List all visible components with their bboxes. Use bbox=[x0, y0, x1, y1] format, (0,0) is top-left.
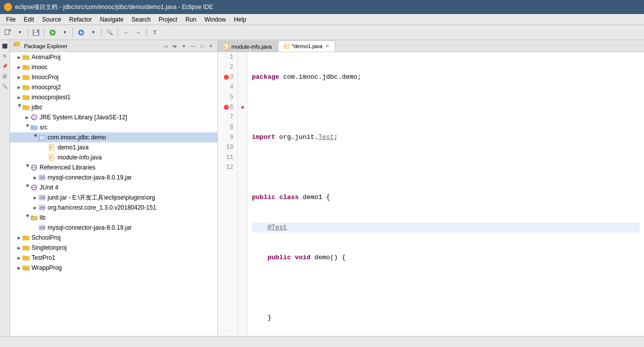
tree-item-junit-jar[interactable]: ▶ JAR junit.jar - E:\开发工具\eclipse\plugin… bbox=[10, 193, 217, 203]
prev-edit-button[interactable]: ← bbox=[121, 27, 132, 38]
new-dropdown[interactable]: ▼ bbox=[14, 27, 25, 38]
menu-edit[interactable]: Edit bbox=[20, 15, 38, 24]
tree-item-mysql2[interactable]: JAR mysql-connector-java-8.0.19.jar bbox=[10, 223, 217, 233]
tree-item-demo1[interactable]: J demo1.java bbox=[10, 142, 217, 152]
pe-maximize-btn[interactable]: □ bbox=[198, 43, 205, 50]
at-icon[interactable]: @ bbox=[1, 72, 9, 80]
tree-item-ImoocProj[interactable]: ▶ ImoocProj bbox=[10, 72, 217, 82]
reflibs-icon bbox=[30, 163, 38, 171]
pe-close-btn[interactable]: ✕ bbox=[207, 43, 214, 50]
code-line-5: public class demo1 { bbox=[252, 193, 640, 203]
gutter-8 bbox=[238, 122, 247, 132]
tree-item-junit4[interactable]: ▶ JUnit 4 bbox=[10, 183, 217, 193]
search-left-icon[interactable]: 🔍 bbox=[1, 82, 9, 90]
gutter: ◆ bbox=[238, 52, 248, 336]
svg-rect-13 bbox=[23, 55, 26, 57]
label-junit-jar: junit.jar - E:\开发工具\eclipse\plugins\org bbox=[48, 194, 155, 202]
ln-3: 3 bbox=[222, 72, 233, 82]
code-line-9: } bbox=[252, 313, 640, 323]
tab-close-demo1[interactable]: ✕ bbox=[326, 44, 330, 49]
error-dot-3 bbox=[224, 75, 229, 80]
arrow-imoocprojtest1: ▶ bbox=[16, 94, 22, 100]
menu-window[interactable]: Window bbox=[200, 15, 230, 24]
sync-icon[interactable]: ↻ bbox=[1, 52, 9, 60]
svg-rect-27 bbox=[31, 125, 34, 127]
import-semi: ; bbox=[334, 132, 338, 142]
line-numbers: 1 2 3 4 5 6 7 8 9 10 11 12 bbox=[218, 52, 238, 336]
debug-button[interactable] bbox=[76, 27, 87, 38]
search-button[interactable]: 🔍 bbox=[104, 27, 115, 38]
tree-item-hamcrest[interactable]: ▶ JAR org.hamcrest.core_1.3.0.v20180420-… bbox=[10, 203, 217, 213]
tree-item-Singletonproj[interactable]: ▶ Singletonproj bbox=[10, 243, 217, 253]
svg-rect-45 bbox=[31, 216, 34, 217]
kw-import: import bbox=[252, 132, 275, 142]
label-mysql2: mysql-connector-java-8.0.19.jar bbox=[48, 224, 132, 231]
pe-minimize-icon[interactable]: ▭ bbox=[162, 43, 169, 50]
space-5a bbox=[275, 193, 279, 203]
menu-run[interactable]: Run bbox=[181, 15, 200, 24]
menu-navigate[interactable]: Navigate bbox=[96, 15, 127, 24]
menu-help[interactable]: Help bbox=[230, 15, 250, 24]
open-type-button[interactable]: T bbox=[149, 27, 160, 38]
pe-minimize-btn[interactable]: — bbox=[189, 43, 196, 50]
kw-public-5: public bbox=[252, 193, 275, 203]
menu-file[interactable]: File bbox=[2, 15, 20, 24]
code-line-2 bbox=[252, 102, 640, 112]
run-button[interactable] bbox=[47, 27, 58, 38]
gutter-7 bbox=[238, 112, 247, 122]
editor-tabs: J module-info.java J *demo1.java ✕ bbox=[218, 40, 644, 52]
next-edit-button[interactable]: → bbox=[133, 27, 144, 38]
pe-sync-icon[interactable]: ⇆ bbox=[171, 43, 178, 50]
tree-item-jdbc[interactable]: ▶ jdbc bbox=[10, 102, 217, 112]
code-line-7: public void demo() { bbox=[252, 253, 640, 263]
pe-view-menu-icon[interactable]: ▾ bbox=[180, 43, 187, 50]
package-explorer: Package Explorer ▭ ⇆ ▾ — □ ✕ ▶ AnimalPro… bbox=[10, 40, 218, 336]
code-line-6: @Test bbox=[252, 223, 640, 233]
jar-icon-hamcrest: JAR bbox=[38, 204, 46, 212]
java-icon-demo1: J bbox=[48, 143, 56, 151]
folder-icon-ImoocProj bbox=[22, 73, 30, 81]
menu-refactor[interactable]: Refactor bbox=[65, 15, 96, 24]
menu-search[interactable]: Search bbox=[128, 15, 155, 24]
tree-item-imoocprojtest1[interactable]: ▶ imoocprojtest1 bbox=[10, 92, 217, 102]
tab-demo1[interactable]: J *demo1.java ✕ bbox=[278, 41, 335, 52]
arrow-package: ▶ bbox=[32, 134, 38, 140]
ln-10: 10 bbox=[222, 142, 233, 152]
tree-item-jre[interactable]: ▶ J JRE System Library [JavaSE-12] bbox=[10, 112, 217, 122]
tree-item-reflibs[interactable]: ▶ Referenced Libraries bbox=[10, 162, 217, 172]
tree-item-src[interactable]: ▶ src bbox=[10, 122, 217, 132]
code-editor[interactable]: 1 2 3 4 5 6 7 8 9 10 11 12 bbox=[218, 52, 644, 336]
lib-icon bbox=[30, 214, 38, 222]
tree-item-moduleinfo[interactable]: J module-info.java bbox=[10, 152, 217, 162]
folder-icon-imoocproj2 bbox=[22, 83, 30, 91]
tree-item-mysql1[interactable]: ▶ JAR mysql-connector-java-8.0.19.jar bbox=[10, 172, 217, 183]
save-button[interactable] bbox=[31, 27, 42, 38]
code-content[interactable]: package com.imooc.jdbc.demo; import org.… bbox=[248, 52, 644, 336]
pin-icon[interactable]: 📌 bbox=[1, 62, 9, 70]
gutter-5 bbox=[238, 92, 247, 102]
tree-item-SchoolProj[interactable]: ▶ SchoolProj bbox=[10, 233, 217, 243]
restore-icon[interactable]: ⬛ bbox=[1, 42, 9, 50]
tree-item-imoocproj2[interactable]: ▶ imoocproj2 bbox=[10, 82, 217, 92]
debug-dropdown[interactable]: ▼ bbox=[88, 27, 99, 38]
svg-text:J: J bbox=[224, 45, 225, 48]
folder-icon-imoocprojtest1 bbox=[22, 93, 30, 101]
arrow-demo1 bbox=[42, 144, 48, 150]
label-WrappProg: WrappProg bbox=[32, 264, 62, 271]
tree-item-package[interactable]: ▶ com.imooc.jdbc.demo bbox=[10, 132, 217, 142]
tab-module-info[interactable]: J module-info.java bbox=[218, 41, 277, 52]
tree-item-lib[interactable]: ▶ lib bbox=[10, 213, 217, 223]
tree-item-AnimalProj[interactable]: ▶ AnimalProj bbox=[10, 52, 217, 62]
menu-project[interactable]: Project bbox=[155, 15, 181, 24]
tree-item-WrappProg[interactable]: ▶ WrappProg bbox=[10, 263, 217, 273]
label-package: com.imooc.jdbc.demo bbox=[48, 134, 106, 141]
menu-source[interactable]: Source bbox=[38, 15, 65, 24]
jar-icon-mysql1: JAR bbox=[38, 173, 46, 182]
svg-rect-15 bbox=[23, 65, 26, 67]
tree-item-imooc[interactable]: ▶ imooc bbox=[10, 62, 217, 72]
tree-item-TestPro1[interactable]: ▶ TestPro1 bbox=[10, 253, 217, 263]
svg-rect-53 bbox=[23, 256, 26, 257]
run-dropdown[interactable]: ▼ bbox=[59, 27, 70, 38]
left-icons: ⬛ ↻ 📌 @ 🔍 bbox=[0, 40, 10, 336]
new-button[interactable] bbox=[2, 27, 13, 38]
